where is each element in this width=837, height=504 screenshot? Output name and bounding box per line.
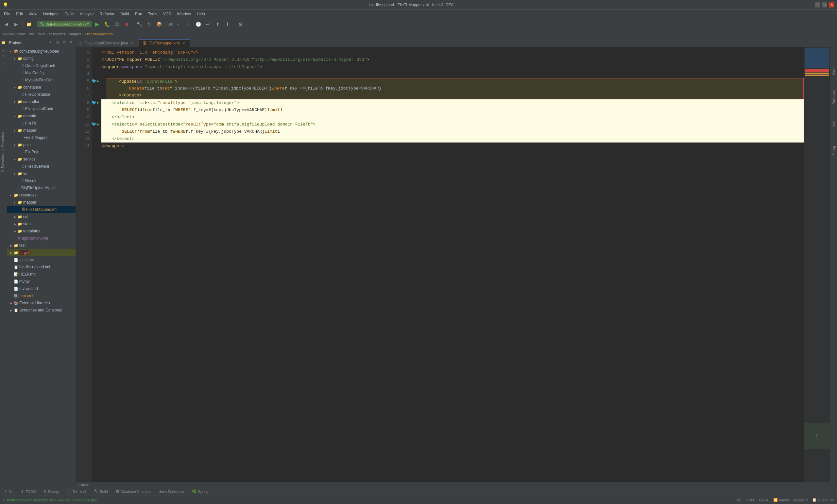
tree-item-mvnwcmd[interactable]: 📄 mvnw.cmd — [7, 285, 75, 292]
minimize-button[interactable]: ─ — [815, 2, 820, 7]
tree-item-vo[interactable]: ▾ 📁 vo — [7, 170, 75, 177]
tree-item-package[interactable]: ▾ 📦 com.zhifa.bigfileupload — [7, 48, 75, 55]
encoding-status[interactable]: UTF-8 — [759, 498, 769, 502]
breadcrumb-resources[interactable]: resources — [49, 32, 65, 36]
z-icon[interactable]: Z — [0, 54, 7, 60]
sync-button[interactable]: ↻ — [145, 20, 153, 29]
tree-item-target[interactable]: ▶ 📁 target — [7, 249, 75, 256]
menu-help[interactable]: Help — [194, 11, 208, 17]
tree-item-gitignore[interactable]: 📄 .gitignore — [7, 256, 75, 264]
settings-button[interactable]: ⚙ — [236, 20, 245, 29]
indent-status[interactable]: 4 spaces — [794, 498, 808, 502]
breadcrumb-src[interactable]: src — [29, 32, 34, 36]
tree-item-filetbmapper-xml[interactable]: 🗄 FileTbMapper.xml — [7, 206, 75, 213]
bottom-tab-javaenterprise[interactable]: Java Enterprise — [157, 489, 186, 494]
tab-close-button[interactable]: ✕ — [181, 41, 186, 46]
z2-icon[interactable]: Z — [0, 61, 7, 67]
menu-vcs[interactable]: VCS — [161, 11, 174, 17]
tree-item-mvcconfig[interactable]: C MvcConfig — [7, 69, 75, 76]
bottom-tab-git[interactable]: 9: Git — [3, 489, 15, 494]
recentfiles-button[interactable]: 📁 — [24, 20, 33, 29]
breadcrumb-mapper[interactable]: mapper — [69, 32, 81, 36]
bottom-tab-spring[interactable]: 🌿 Spring — [190, 489, 210, 494]
debug-button[interactable]: 🐛 — [103, 20, 111, 29]
ant-panel-button[interactable]: Ant — [831, 111, 837, 137]
tree-item-pojo[interactable]: ▾ 📁 pojo — [7, 141, 75, 148]
maven-panel-button[interactable]: Maven — [831, 57, 837, 84]
tab-filetbmapper[interactable]: 🗄 FileTbMapper.xml ✕ — [139, 39, 190, 47]
tree-item-bigfileuploadapp[interactable]: C BigFileUploadApplic — [7, 184, 75, 192]
breadcrumb-file[interactable]: FileTbMapper.xml — [85, 32, 113, 36]
tree-item-domain[interactable]: ▾ 📁 domain — [7, 112, 75, 120]
menu-tools[interactable]: Tools — [145, 11, 160, 17]
git-ok-button[interactable]: ✓ — [184, 20, 193, 29]
tree-item-mapper-folder[interactable]: ▾ 📁 mapper — [7, 199, 75, 206]
menu-navigate[interactable]: Navigate — [40, 11, 61, 17]
git-clock-button[interactable]: 🕐 — [194, 20, 202, 29]
tree-item-helpmd[interactable]: 📝 HELP.md — [7, 271, 75, 278]
code-content[interactable]: <?xml version="1.0" encoding="UTF-8"?> <… — [99, 47, 804, 482]
menu-refactor[interactable]: Refactor — [97, 11, 117, 17]
maven-button[interactable]: 📦 — [155, 20, 163, 29]
tree-item-applicationyml[interactable]: ⚙ application.yml — [7, 235, 75, 242]
menu-analyze[interactable]: Analyze — [77, 11, 96, 17]
window-controls[interactable]: ─ □ ✕ — [815, 2, 834, 7]
tree-item-result[interactable]: C Result — [7, 177, 75, 184]
spring-panel-button[interactable]: Spring — [831, 138, 837, 164]
panel-hide-button[interactable]: ✕ — [68, 39, 74, 46]
panel-refresh-button[interactable]: ↻ — [48, 39, 54, 46]
menu-run[interactable]: Run — [132, 11, 145, 17]
bottom-tab-todo[interactable]: 6: TODO — [19, 489, 38, 494]
tree-item-filetbmapper[interactable]: I FileTbMapper — [7, 134, 75, 141]
tree-item-constance[interactable]: ▾ 📁 constance — [7, 84, 75, 91]
tree-item-scratches[interactable]: ▶ 📋 Scratches and Consoles — [7, 307, 75, 314]
favorites-1-button[interactable]: 1: Favorites — [0, 131, 5, 152]
tab-close-button[interactable]: ✕ — [130, 41, 135, 46]
tree-item-controller[interactable]: ▾ 📁 controller — [7, 98, 75, 105]
run-config-selector[interactable]: 🔧 BigFileUploadApplication ▾ — [37, 21, 92, 27]
event-log-status[interactable]: 📋 Event Log — [812, 498, 834, 502]
line-ending-status[interactable]: CRLF — [746, 498, 755, 502]
project-icon[interactable]: 📁 — [0, 39, 7, 46]
favorites-2-button[interactable]: 2: Favorites — [0, 152, 5, 173]
menu-edit[interactable]: Edit — [13, 11, 25, 17]
stop-button[interactable]: ■ — [122, 20, 131, 29]
tree-item-mybatis[interactable]: C MybatisPlusCon — [7, 76, 75, 84]
panel-gear-button[interactable]: ⚙ — [61, 39, 67, 46]
tree-item-fileuploadcontroller[interactable]: C FileUploadContr — [7, 105, 75, 112]
breadcrumb-project[interactable]: big-file-upload — [3, 32, 25, 36]
tree-item-mvnw[interactable]: 📄 mvnw — [7, 278, 75, 285]
git-fetch-button[interactable]: ⬇ — [223, 20, 232, 29]
structure-icon[interactable]: ≡ — [0, 47, 7, 53]
tree-item-external-libs[interactable]: ▶ 📚 External Libraries — [7, 300, 75, 307]
tree-item-sql[interactable]: ▶ 📁 sql — [7, 213, 75, 220]
tree-item-bigfileuploadiml[interactable]: 📋 big-file-upload.iml — [7, 264, 75, 271]
line-col-status[interactable]: 4:1 — [737, 498, 742, 502]
forward-button[interactable]: ▶ — [12, 20, 20, 29]
panel-collapse-button[interactable]: ⊟ — [55, 39, 60, 46]
tree-item-templates[interactable]: ▶ 📁 templates — [7, 228, 75, 235]
menu-view[interactable]: View — [26, 11, 40, 17]
run-coverage-button[interactable]: ☑ — [112, 20, 121, 29]
menu-window[interactable]: Window — [174, 11, 194, 17]
code-editor[interactable]: 1234 5678 9101112 1314 🐦▶ 🐦▶ 🐦▶ <?xml ve… — [76, 47, 830, 482]
git-undo-button[interactable]: ↩ — [204, 20, 212, 29]
tree-item-resources[interactable]: ▾ 📁 resources — [7, 192, 75, 199]
tab-fileuploadcontroller[interactable]: C FileUploadController.java ✕ — [76, 39, 139, 47]
back-button[interactable]: ◀ — [2, 20, 11, 29]
git-status[interactable]: 🔀 master — [773, 498, 790, 502]
git-check-button[interactable]: ✓ — [174, 20, 183, 29]
build-button[interactable]: 🔨 — [135, 20, 144, 29]
tree-item-config[interactable]: ▾ 📁 config — [7, 55, 75, 62]
minimap[interactable]: 中 — [804, 47, 830, 482]
menu-code[interactable]: Code — [62, 11, 76, 17]
tree-item-filetb[interactable]: C FileTb — [7, 120, 75, 127]
breadcrumb-main[interactable]: main — [38, 32, 46, 36]
bottom-tab-dbchanges[interactable]: 🗄 Database Changes — [114, 489, 153, 494]
close-button[interactable]: ✕ — [829, 2, 834, 7]
tree-item-filepojo[interactable]: C FilePojo — [7, 148, 75, 156]
tree-item-filetbservice[interactable]: C FileTbService — [7, 163, 75, 170]
maximize-button[interactable]: □ — [822, 2, 827, 7]
build-status[interactable]: ✓ Build completed successfully in 740 ms… — [3, 498, 97, 502]
tree-item-static[interactable]: ▶ 📁 static — [7, 220, 75, 228]
